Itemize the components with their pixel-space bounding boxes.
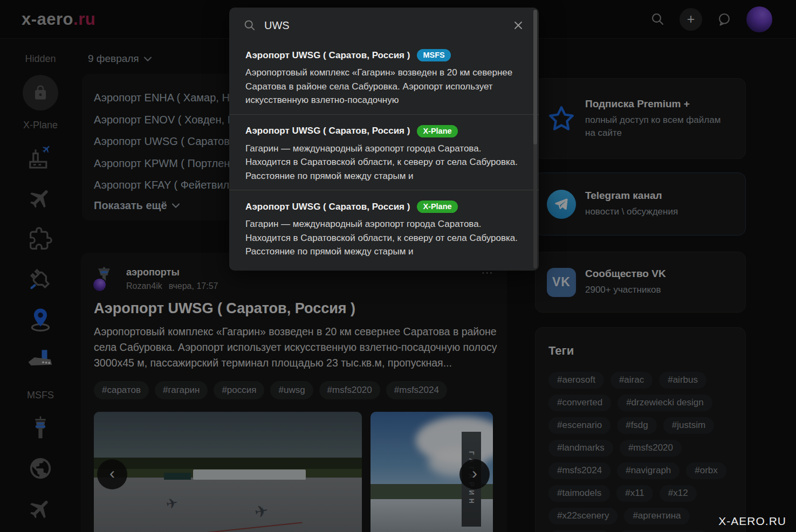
site-watermark: X-AERO.RU [718, 515, 786, 528]
search-result[interactable]: Аэропорт UWSG ( Саратов, Россия ) X-Plan… [229, 114, 539, 190]
search-result-description: Гагарин — международный аэропорт города … [245, 217, 518, 259]
close-icon[interactable] [512, 19, 525, 32]
search-bar [229, 8, 539, 39]
search-result-title: Аэропорт UWSG ( Саратов, Россия ) [245, 50, 410, 61]
modal-scrollbar [533, 10, 537, 268]
platform-badge-xplane: X-Plane [417, 125, 457, 137]
platform-badge-xplane: X-Plane [417, 201, 457, 213]
search-result-description: Аэропортовый комплекс «Гагарин» возведен… [245, 66, 518, 107]
search-result[interactable]: Аэропорт UWSG ( Саратов, Россия ) MSFS А… [229, 39, 539, 114]
search-result-title: Аэропорт UWSG ( Саратов, Россия ) [245, 202, 410, 212]
search-icon [243, 19, 256, 32]
platform-badge-msfs: MSFS [417, 49, 450, 61]
search-modal: Аэропорт UWSG ( Саратов, Россия ) MSFS А… [229, 8, 539, 271]
search-input[interactable] [264, 19, 504, 32]
modal-scrollbar-thumb[interactable] [533, 10, 537, 144]
search-result-title: Аэропорт UWSG ( Саратов, Россия ) [245, 126, 410, 136]
search-result-description: Гагарин — международный аэропорт города … [245, 142, 518, 183]
search-result[interactable]: Аэропорт UWSG ( Саратов, Россия ) X-Plan… [229, 190, 539, 266]
